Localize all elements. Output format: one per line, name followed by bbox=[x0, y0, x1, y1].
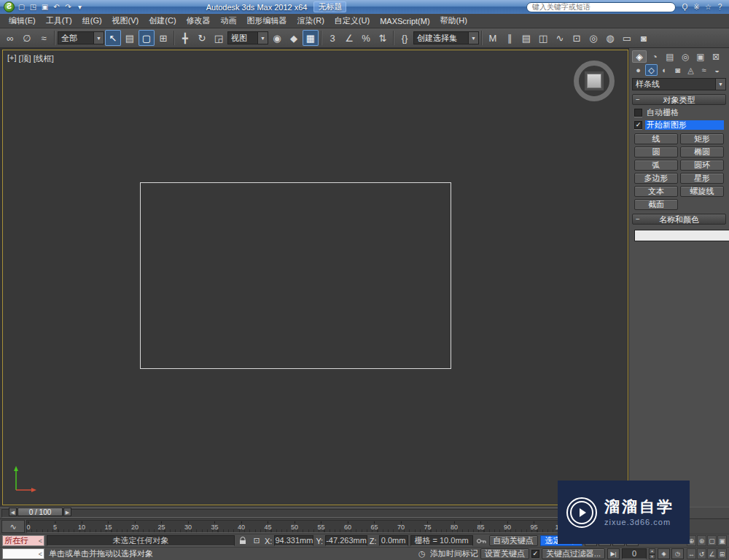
menu-tools[interactable]: 工具(T) bbox=[41, 14, 77, 28]
add-time-tag[interactable]: ◷ 添加时间标记 bbox=[416, 548, 478, 559]
create-ngon-button[interactable]: 多边形 bbox=[634, 173, 678, 184]
create-rectangle-button[interactable]: 矩形 bbox=[680, 133, 724, 144]
menu-edit[interactable]: 编辑(E) bbox=[4, 14, 41, 28]
select-and-move-icon[interactable]: ╋ bbox=[177, 30, 193, 46]
time-step-forward-button[interactable]: ▶ bbox=[63, 508, 71, 516]
help-icon[interactable]: ? bbox=[714, 2, 725, 12]
time-slider-handle[interactable]: 0 / 100 bbox=[17, 508, 63, 516]
viewport-menu-plus[interactable]: [+] bbox=[7, 53, 17, 64]
key-mode-toggle-icon[interactable]: ◈ bbox=[658, 548, 670, 559]
create-star-button[interactable]: 星形 bbox=[680, 173, 724, 184]
listener-scroll-icon[interactable]: < bbox=[39, 551, 42, 558]
absolute-mode-toggle[interactable]: ⊡ bbox=[251, 535, 262, 546]
systems-category-icon[interactable]: ◒ bbox=[711, 64, 723, 76]
selection-lock-toggle[interactable] bbox=[237, 535, 249, 546]
pan-icon[interactable]: ↔ bbox=[687, 548, 696, 559]
key-filters-button[interactable]: 关键点过滤器... bbox=[542, 548, 605, 559]
viewcube-top-face[interactable] bbox=[587, 74, 601, 88]
current-frame-field[interactable]: 0 bbox=[622, 548, 647, 559]
dropdown-arrow-icon[interactable]: ▼ bbox=[468, 32, 478, 44]
object-type-rollout-header[interactable]: − 对象类型 bbox=[632, 94, 726, 105]
object-name-input[interactable] bbox=[634, 230, 729, 241]
align-icon[interactable]: ∥ bbox=[502, 30, 518, 46]
set-keys-button[interactable] bbox=[475, 535, 487, 546]
create-circle-button[interactable]: 圆 bbox=[634, 147, 678, 158]
lights-category-icon[interactable]: ◐ bbox=[658, 64, 671, 76]
start-new-shape-checkbox[interactable]: ✓ bbox=[634, 121, 642, 129]
search-icon[interactable]: Ϙ bbox=[679, 2, 690, 12]
create-line-button[interactable]: 线 bbox=[634, 133, 678, 144]
viewport[interactable]: [+][顶][线框] bbox=[2, 50, 628, 505]
selection-filter-dropdown[interactable]: 全部▼ bbox=[58, 31, 104, 44]
dropdown-arrow-icon[interactable]: ▼ bbox=[93, 32, 104, 44]
cameras-category-icon[interactable]: ◙ bbox=[671, 64, 684, 76]
create-helix-button[interactable]: 螺旋线 bbox=[680, 186, 724, 197]
snaps-toggle-3d-icon[interactable]: 3 bbox=[324, 30, 340, 46]
menu-animation[interactable]: 动画 bbox=[216, 14, 242, 28]
geometry-category-icon[interactable]: ● bbox=[632, 64, 644, 76]
zoom-all-icon[interactable]: ⊛ bbox=[697, 535, 706, 546]
shape-type-dropdown[interactable]: 样条线 ▼ bbox=[632, 78, 726, 90]
listener-scroll-icon[interactable]: < bbox=[39, 537, 42, 545]
graphite-ribbon-toggle-icon[interactable]: ◫ bbox=[535, 30, 551, 46]
helpers-category-icon[interactable]: ◬ bbox=[685, 64, 697, 76]
dropdown-arrow-icon[interactable]: ▼ bbox=[257, 32, 268, 44]
maxscript-mini-listener-macro[interactable]: 所在行 < bbox=[2, 535, 44, 546]
menu-customize[interactable]: 自定义(U) bbox=[330, 14, 375, 28]
undo-icon[interactable]: ↶ bbox=[51, 2, 62, 12]
open-file-icon[interactable]: ◳ bbox=[28, 2, 39, 12]
key-filters-checkbox[interactable]: ✓ bbox=[531, 550, 539, 558]
manage-layers-icon[interactable]: ▤ bbox=[518, 30, 534, 46]
favorites-star-icon[interactable]: ☆ bbox=[703, 2, 714, 12]
set-key-button[interactable]: 设置关键点 bbox=[480, 548, 529, 559]
rectangular-selection-region-icon[interactable]: ▢ bbox=[139, 30, 155, 46]
keyboard-shortcut-override-icon[interactable]: ▦ bbox=[303, 30, 319, 46]
new-scene-icon[interactable]: ▢ bbox=[16, 2, 27, 12]
maximize-viewport-toggle-icon[interactable]: ⊞ bbox=[717, 548, 727, 559]
rectangle-shape[interactable] bbox=[140, 182, 451, 369]
time-configuration-icon[interactable]: ◷ bbox=[671, 548, 684, 559]
dropdown-arrow-icon[interactable]: ▼ bbox=[715, 79, 725, 90]
quick-access-dropdown-icon[interactable]: ▾ bbox=[74, 2, 85, 12]
next-frame-button[interactable]: ▶| bbox=[607, 548, 620, 559]
menu-help[interactable]: 帮助(H) bbox=[435, 14, 472, 28]
menu-maxscript[interactable]: MAXScript(M) bbox=[375, 15, 434, 27]
redo-icon[interactable]: ↷ bbox=[63, 2, 74, 12]
frame-spinner-up[interactable]: ▴ bbox=[649, 548, 655, 554]
angle-snap-toggle-icon[interactable]: ∠ bbox=[341, 30, 357, 46]
infocenter-search-input[interactable] bbox=[532, 3, 670, 11]
use-pivot-point-center-icon[interactable]: ◉ bbox=[269, 30, 285, 46]
z-coordinate-field[interactable]: 0.0mm bbox=[379, 535, 408, 546]
unlink-selection-icon[interactable]: ∅ bbox=[19, 30, 35, 46]
modify-tab-icon[interactable]: ◔ bbox=[647, 50, 662, 63]
motion-tab-icon[interactable]: ◎ bbox=[678, 50, 693, 63]
viewcube[interactable] bbox=[574, 61, 615, 101]
select-and-link-icon[interactable]: ∞ bbox=[2, 30, 18, 46]
viewport-menu-shading[interactable]: [线框] bbox=[34, 53, 54, 64]
zoom-extents-icon[interactable]: ▢ bbox=[707, 535, 717, 546]
menu-rendering[interactable]: 渲染(R) bbox=[292, 14, 330, 28]
select-and-rotate-icon[interactable]: ↻ bbox=[194, 30, 210, 46]
orbit-icon[interactable]: ↺ bbox=[697, 548, 706, 559]
create-text-button[interactable]: 文本 bbox=[634, 186, 678, 197]
select-and-manipulate-icon[interactable]: ◆ bbox=[286, 30, 302, 46]
create-tab-icon[interactable]: ◈ bbox=[632, 50, 647, 63]
curve-editor-icon[interactable]: ∿ bbox=[552, 30, 568, 46]
render-production-icon[interactable]: ◙ bbox=[636, 30, 652, 46]
field-of-view-icon[interactable]: ∠ bbox=[707, 548, 717, 559]
edit-named-selection-sets-icon[interactable]: {} bbox=[397, 30, 413, 46]
zoom-extents-all-icon[interactable]: ▣ bbox=[717, 535, 727, 546]
bind-to-space-warp-icon[interactable]: ≈ bbox=[36, 30, 52, 46]
menu-views[interactable]: 视图(V) bbox=[107, 14, 144, 28]
communication-center-icon[interactable]: ※ bbox=[691, 2, 702, 12]
schematic-view-icon[interactable]: ⊡ bbox=[569, 30, 585, 46]
hierarchy-tab-icon[interactable]: ▤ bbox=[663, 50, 677, 63]
maxscript-mini-listener[interactable]: < bbox=[2, 548, 44, 559]
space-warps-category-icon[interactable]: ≈ bbox=[698, 64, 710, 76]
percent-snap-toggle-icon[interactable]: % bbox=[358, 30, 374, 46]
menu-graph-editors[interactable]: 图形编辑器 bbox=[242, 14, 292, 28]
menu-modifiers[interactable]: 修改器 bbox=[182, 14, 216, 28]
frame-spinner-down[interactable]: ▾ bbox=[649, 554, 655, 560]
viewport-menu-view[interactable]: [顶] bbox=[19, 53, 31, 64]
select-object-icon[interactable]: ↖ bbox=[105, 30, 121, 46]
